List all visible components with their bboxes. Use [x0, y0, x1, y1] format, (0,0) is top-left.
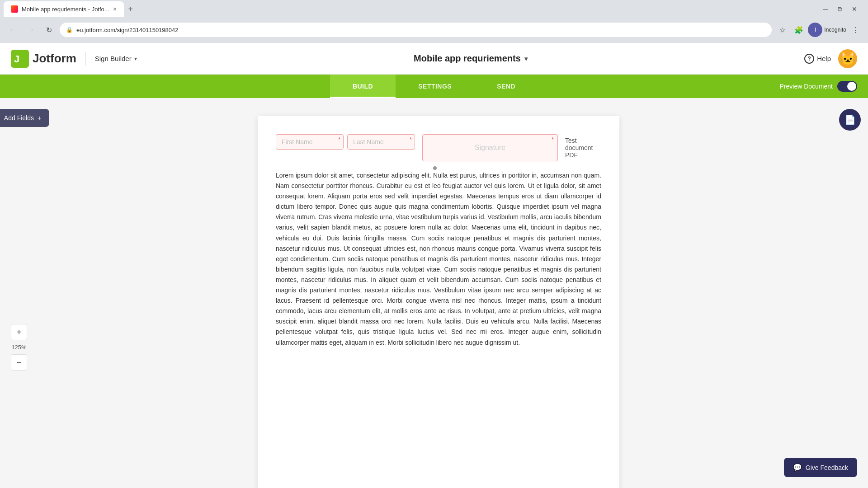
tab-settings[interactable]: SETTINGS: [396, 75, 474, 98]
main-content: Add Fields + First Name *: [0, 98, 868, 488]
document-panel-btn[interactable]: 📄: [839, 109, 861, 131]
app: J Jotform Sign Builder ▾ Mobile app requ…: [0, 43, 868, 488]
restore-btn[interactable]: ⧉: [834, 3, 846, 15]
zoom-in-btn[interactable]: +: [11, 324, 27, 340]
lock-icon: 🔒: [66, 27, 73, 33]
give-feedback-button[interactable]: 💬 Give Feedback: [784, 458, 857, 477]
logo-text: Jotform: [33, 52, 76, 66]
preview-label: Preview Document: [780, 83, 833, 90]
zoom-controls: + 125% −: [11, 324, 27, 371]
preview-document: Preview Document: [780, 81, 858, 92]
back-btn[interactable]: ←: [5, 23, 20, 37]
extension-btn[interactable]: 🧩: [792, 23, 806, 37]
last-name-placeholder: Last Name: [353, 138, 384, 145]
zoom-level: 125%: [11, 344, 26, 351]
signature-required-mark: *: [552, 136, 554, 143]
add-fields-button[interactable]: Add Fields +: [0, 109, 49, 127]
tab-close-btn[interactable]: ×: [113, 5, 117, 13]
sidebar-right: 📄: [832, 98, 868, 488]
doc-icon: 📄: [844, 114, 856, 125]
browser-chrome: Mobile app requriements - Jotfo... × + ─…: [0, 0, 868, 43]
browser-tab[interactable]: Mobile app requriements - Jotfo... ×: [4, 1, 124, 17]
jotform-logo-icon: J: [11, 50, 29, 68]
preview-toggle[interactable]: [837, 81, 857, 92]
nav-actions: ☆ 🧩 I Incognito ⋮: [775, 23, 863, 37]
app-header: J Jotform Sign Builder ▾ Mobile app requ…: [0, 43, 868, 75]
first-name-wrapper: First Name *: [276, 134, 344, 150]
feedback-icon: 💬: [793, 463, 802, 472]
avatar-image: 🐱: [840, 51, 856, 66]
avatar[interactable]: 🐱: [838, 49, 857, 68]
nav-bar: BUILD SETTINGS SEND Preview Document: [0, 75, 868, 98]
signature-field[interactable]: Signature *: [422, 134, 558, 161]
last-name-required-mark: *: [410, 136, 412, 143]
document-area: First Name * Last Name *: [45, 98, 832, 488]
sign-builder-label: Sign Builder: [95, 55, 132, 62]
logo: J Jotform: [11, 50, 76, 68]
address-bar[interactable]: 🔒 eu.jotform.com/sign/231401150198042: [60, 23, 772, 37]
help-btn[interactable]: ? Help: [804, 54, 831, 64]
svg-rect-0: [11, 50, 29, 68]
tab-title: Mobile app requriements - Jotfo...: [22, 6, 109, 13]
document-body: Lorem ipsum dolor sit amet, consectetur …: [276, 170, 601, 348]
sign-builder-btn[interactable]: Sign Builder ▾: [95, 55, 137, 62]
zoom-out-btn[interactable]: −: [11, 354, 27, 371]
browser-nav: ← → ↻ 🔒 eu.jotform.com/sign/231401150198…: [0, 18, 868, 42]
first-name-field[interactable]: First Name *: [276, 134, 344, 150]
tab-send[interactable]: SEND: [474, 75, 538, 98]
first-name-placeholder: First Name: [282, 138, 312, 145]
add-fields-label: Add Fields: [4, 114, 34, 122]
document-container: First Name * Last Name *: [258, 116, 619, 488]
signature-placeholder: Signature: [475, 144, 506, 152]
add-fields-plus-icon: +: [38, 114, 41, 122]
bookmark-btn[interactable]: ☆: [775, 23, 790, 37]
menu-btn[interactable]: ⋮: [848, 23, 863, 37]
signature-wrapper: Signature *: [422, 134, 558, 161]
sidebar-left: Add Fields +: [0, 98, 45, 488]
url-text: eu.jotform.com/sign/231401150198042: [76, 27, 179, 33]
first-name-required-mark: *: [338, 136, 340, 143]
svg-text:J: J: [14, 53, 19, 65]
document-fields-row: First Name * Last Name *: [276, 134, 601, 161]
header-divider: [85, 52, 86, 66]
minimize-btn[interactable]: ─: [819, 3, 832, 15]
toggle-knob: [847, 82, 856, 91]
profile-btn[interactable]: I: [808, 23, 822, 37]
tab-favicon: [11, 5, 18, 13]
feedback-label: Give Feedback: [806, 464, 848, 471]
reload-btn[interactable]: ↻: [42, 23, 56, 37]
help-icon: ?: [804, 54, 814, 64]
header-actions: ? Help 🐱: [804, 49, 857, 68]
incognito-label: Incognito: [824, 27, 846, 33]
document-label: Test document PDF: [565, 137, 601, 159]
nav-tabs: BUILD SETTINGS SEND: [0, 75, 868, 98]
close-window-btn[interactable]: ✕: [848, 3, 861, 15]
forward-btn[interactable]: →: [24, 23, 38, 37]
title-chevron-icon: ▾: [524, 55, 528, 62]
tab-build[interactable]: BUILD: [330, 75, 396, 98]
window-controls: ─ ⧉ ✕: [819, 3, 864, 15]
help-label: Help: [817, 55, 831, 62]
last-name-wrapper: Last Name *: [347, 134, 415, 150]
last-name-field[interactable]: Last Name *: [347, 134, 415, 150]
new-tab-btn[interactable]: +: [124, 2, 137, 16]
name-fields-group: First Name * Last Name *: [276, 134, 415, 150]
page-title: Mobile app requriements ▾: [137, 53, 804, 64]
